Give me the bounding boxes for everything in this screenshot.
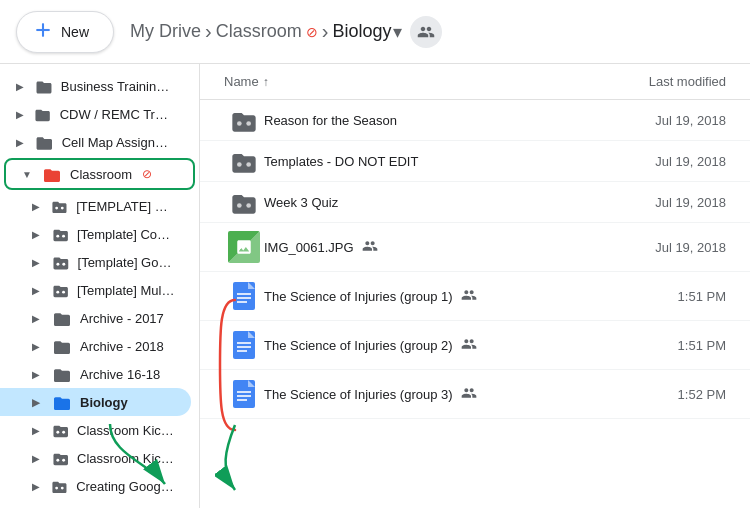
- breadcrumb-sep-1: ›: [205, 20, 212, 43]
- breadcrumb-classroom[interactable]: Classroom ⊘: [216, 21, 318, 42]
- file-modified: Jul 19, 2018: [586, 240, 726, 255]
- expand-arrow: ▶: [32, 257, 44, 268]
- expand-arrow: ▶: [32, 285, 44, 296]
- sidebar-item-cell-map[interactable]: ▶ Cell Map Assignment: [0, 128, 191, 156]
- file-name: IMG_0061.JPG: [264, 238, 586, 257]
- svg-point-18: [246, 121, 251, 126]
- svg-point-20: [246, 162, 251, 167]
- sort-by-name[interactable]: Name ↑: [224, 74, 586, 89]
- file-modified: 1:51 PM: [586, 338, 726, 353]
- google-doc-icon: [230, 329, 258, 361]
- content-area: Name ↑ Last modified Reason for the Seas…: [200, 64, 750, 532]
- folder-icon: [35, 78, 53, 94]
- sidebar-label: CDW / REMC Trainin...: [60, 107, 175, 122]
- svg-point-21: [237, 203, 242, 208]
- svg-point-14: [55, 487, 58, 490]
- column-name-label: Name: [224, 74, 259, 89]
- expand-arrow: ▶: [16, 137, 27, 148]
- file-row-science-1[interactable]: The Science of Injuries (group 1) 1:51 P…: [200, 272, 750, 321]
- file-modified: Jul 19, 2018: [586, 113, 726, 128]
- svg-point-3: [61, 207, 64, 210]
- svg-rect-32: [237, 350, 247, 352]
- sidebar-item-biology[interactable]: ▶ Biology: [0, 388, 191, 416]
- sidebar-item-business-training[interactable]: ▶ Business Training O...: [0, 72, 191, 100]
- google-doc-icon: [230, 378, 258, 410]
- sidebar-item-classroom-kick-1[interactable]: ▶ Classroom Kick...: [0, 416, 191, 444]
- sidebar-label: [Template] Multi...: [77, 283, 175, 298]
- folder-icon: [42, 166, 62, 182]
- file-modified: 1:52 PM: [586, 387, 726, 402]
- expand-arrow: ▶: [16, 109, 26, 120]
- sidebar-label: Archive 16-18: [80, 367, 160, 382]
- sidebar-label: Archive - 2017: [80, 311, 164, 326]
- file-icon-shared-folder: [224, 149, 264, 173]
- file-icon-image: [224, 231, 264, 263]
- sidebar-label: Classroom Kick...: [77, 423, 175, 438]
- breadcrumb-people-button[interactable]: [410, 16, 442, 48]
- expand-arrow: ▶: [32, 453, 44, 464]
- file-modified: Jul 19, 2018: [586, 154, 726, 169]
- new-label: New: [61, 24, 89, 40]
- shared-folder-icon: [52, 254, 70, 270]
- svg-point-4: [56, 235, 59, 238]
- file-modified: Jul 19, 2018: [586, 195, 726, 210]
- classroom-no-icon: ⊘: [306, 24, 318, 40]
- svg-rect-36: [237, 395, 251, 397]
- breadcrumb-biology[interactable]: Biology ▾: [332, 21, 402, 43]
- sidebar-item-archive-16-18[interactable]: ▶ Archive 16-18: [0, 360, 191, 388]
- file-row-week3-quiz[interactable]: Week 3 Quiz Jul 19, 2018: [200, 182, 750, 223]
- breadcrumb-dropdown-icon[interactable]: ▾: [393, 21, 402, 43]
- svg-point-13: [62, 459, 65, 462]
- sidebar-item-classroom[interactable]: ▼ Classroom ⊘: [6, 160, 193, 188]
- svg-point-5: [62, 235, 65, 238]
- folder-icon: [52, 394, 72, 410]
- file-name: The Science of Injuries (group 1): [264, 287, 586, 306]
- folder-icon: [52, 310, 72, 326]
- breadcrumb: My Drive › Classroom ⊘ › Biology ▾: [130, 16, 442, 48]
- shared-folder-icon: [51, 198, 68, 214]
- file-name: Templates - DO NOT EDIT: [264, 154, 586, 169]
- file-icon-doc: [224, 280, 264, 312]
- shared-folder-icon: [52, 450, 69, 466]
- file-row-science-2[interactable]: The Science of Injuries (group 2) 1:51 P…: [200, 321, 750, 370]
- svg-rect-31: [237, 346, 251, 348]
- file-row-reason-season[interactable]: Reason for the Season Jul 19, 2018: [200, 100, 750, 141]
- svg-point-8: [56, 291, 59, 294]
- sidebar-item-template-multi[interactable]: ▶ [Template] Multi...: [0, 276, 191, 304]
- sidebar-item-classroom-kick-2[interactable]: ▶ Classroom Kick...: [0, 444, 191, 472]
- sidebar-item-template-cour[interactable]: ▶ [Template] Cour...: [0, 220, 191, 248]
- file-icon-doc: [224, 378, 264, 410]
- file-row-science-3[interactable]: The Science of Injuries (group 3) 1:52 P…: [200, 370, 750, 419]
- main-layout: ▶ Business Training O... ▶ CDW / REMC Tr…: [0, 64, 750, 532]
- breadcrumb-my-drive[interactable]: My Drive: [130, 21, 201, 42]
- sidebar-label: [Template] Goo...: [78, 255, 175, 270]
- file-row-img-0061[interactable]: IMG_0061.JPG Jul 19, 2018: [200, 223, 750, 272]
- sidebar-item-creating-google[interactable]: ▶ Creating Google...: [0, 472, 191, 500]
- expand-arrow: ▶: [16, 81, 27, 92]
- sidebar-label: [TEMPLATE] Be...: [76, 199, 175, 214]
- sidebar-label: Archive - 2018: [80, 339, 164, 354]
- shared-folder-icon: [52, 226, 69, 242]
- sidebar-item-archive-2018[interactable]: ▶ Archive - 2018: [0, 332, 191, 360]
- sidebar-item-template-goo[interactable]: ▶ [Template] Goo...: [0, 248, 191, 276]
- expand-arrow: ▶: [32, 369, 44, 380]
- svg-point-9: [62, 291, 65, 294]
- svg-rect-30: [237, 342, 251, 344]
- svg-point-12: [56, 459, 59, 462]
- svg-rect-25: [237, 293, 251, 295]
- svg-point-22: [246, 203, 251, 208]
- sidebar-item-cdw-remc[interactable]: ▶ CDW / REMC Trainin...: [0, 100, 191, 128]
- sidebar-item-template-be[interactable]: ▶ [TEMPLATE] Be...: [0, 192, 191, 220]
- sidebar-label: Cell Map Assignment: [62, 135, 175, 150]
- sidebar-label: [Template] Cour...: [77, 227, 175, 242]
- classroom-no-badge: ⊘: [142, 167, 152, 181]
- sidebar-item-archive-2017[interactable]: ▶ Archive - 2017: [0, 304, 191, 332]
- plus-icon: [33, 20, 53, 44]
- breadcrumb-sep-2: ›: [322, 20, 329, 43]
- file-row-templates[interactable]: Templates - DO NOT EDIT Jul 19, 2018: [200, 141, 750, 182]
- file-name: Reason for the Season: [264, 113, 586, 128]
- sidebar-label: Biology: [80, 395, 128, 410]
- new-button[interactable]: New: [16, 11, 114, 53]
- shared-people-icon: [461, 385, 477, 404]
- file-name: Week 3 Quiz: [264, 195, 586, 210]
